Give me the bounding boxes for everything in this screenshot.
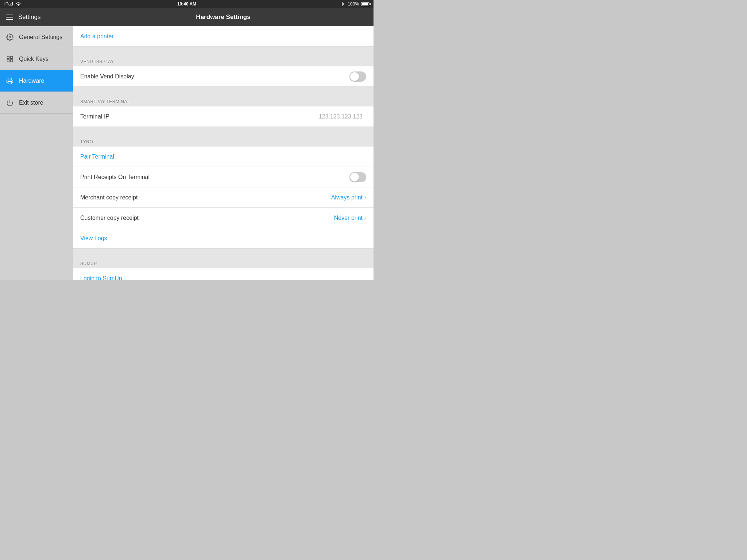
merchant-copy-value: Always print <box>331 194 363 201</box>
terminal-ip-row: Terminal IP 123.123.123.123 <box>73 106 374 127</box>
enable-vend-label: Enable Vend Display <box>80 73 349 80</box>
login-sumup-row[interactable]: Login to SumUp <box>73 268 374 280</box>
sidebar-general-label: General Settings <box>19 34 62 40</box>
status-bar: iPad 10:40 AM 100% <box>0 0 374 8</box>
pair-terminal-label: Pair Terminal <box>80 153 114 160</box>
smartpay-spacer <box>73 87 374 96</box>
sidebar-item-exit-store[interactable]: Exit store <box>0 92 73 114</box>
grid-icon <box>6 55 14 63</box>
tyro-spacer <box>73 127 374 136</box>
view-logs-row[interactable]: View Logs <box>73 228 374 249</box>
sidebar-item-general-settings[interactable]: General Settings <box>0 26 73 48</box>
status-right: 100% <box>340 1 369 7</box>
svg-point-0 <box>18 5 19 6</box>
svg-rect-5 <box>11 59 13 62</box>
add-printer-label: Add a printer <box>80 33 114 40</box>
enable-vend-display-row: Enable Vend Display <box>73 66 374 87</box>
sumup-spacer <box>73 249 374 257</box>
customer-copy-chevron: › <box>364 214 366 222</box>
terminal-ip-value: 123.123.123.123 <box>319 113 363 120</box>
header: Settings Hardware Settings <box>0 8 374 26</box>
sidebar: General Settings Quick Keys <box>0 26 73 280</box>
merchant-copy-label: Merchant copy receipt <box>80 194 331 201</box>
print-receipts-label: Print Receipts On Terminal <box>80 174 349 180</box>
bluetooth-icon <box>340 1 345 7</box>
svg-rect-6 <box>8 81 12 84</box>
sidebar-exit-label: Exit store <box>19 100 43 106</box>
sidebar-item-quick-keys[interactable]: Quick Keys <box>0 48 73 70</box>
svg-rect-4 <box>7 59 9 62</box>
smartpay-header: SMARTPAY TERMINAL <box>73 96 374 106</box>
sidebar-hardware-label: Hardware <box>19 78 44 84</box>
status-left: iPad <box>4 1 21 7</box>
tyro-header: TYRO <box>73 136 374 147</box>
view-logs-label: View Logs <box>80 235 107 242</box>
print-receipts-row: Print Receipts On Terminal <box>73 167 374 187</box>
header-left: Settings <box>0 13 73 21</box>
settings-title: Settings <box>18 13 40 21</box>
svg-point-1 <box>9 36 11 38</box>
main-layout: General Settings Quick Keys <box>0 26 374 280</box>
svg-rect-2 <box>7 56 9 58</box>
battery-icon <box>361 2 369 6</box>
printer-icon <box>6 77 14 85</box>
pair-terminal-row[interactable]: Pair Terminal <box>73 147 374 167</box>
wifi-icon <box>15 2 21 6</box>
device-label: iPad <box>4 1 13 7</box>
gear-icon <box>6 33 14 41</box>
content-area: Add a printer VEND DISPLAY Enable Vend D… <box>73 26 374 280</box>
svg-rect-3 <box>11 56 13 58</box>
print-receipts-toggle[interactable] <box>349 172 366 182</box>
header-right: Hardware Settings <box>73 13 374 21</box>
vend-display-toggle[interactable] <box>349 71 366 82</box>
battery-percent: 100% <box>348 1 359 7</box>
sidebar-quick-keys-label: Quick Keys <box>19 56 49 62</box>
add-printer-row[interactable]: Add a printer <box>73 26 374 47</box>
sidebar-item-hardware[interactable]: Hardware <box>0 70 73 92</box>
merchant-copy-chevron: › <box>364 194 366 201</box>
customer-copy-row[interactable]: Customer copy receipt Never print › <box>73 208 374 228</box>
customer-copy-label: Customer copy receipt <box>80 215 334 221</box>
login-sumup-label: Login to SumUp <box>80 275 122 280</box>
sumup-header: SUMUP <box>73 257 374 268</box>
vend-display-spacer <box>73 47 374 55</box>
merchant-copy-row[interactable]: Merchant copy receipt Always print › <box>73 187 374 208</box>
terminal-ip-label: Terminal IP <box>80 113 319 120</box>
page-title: Hardware Settings <box>196 13 250 21</box>
status-time: 10:40 AM <box>177 1 196 7</box>
vend-display-header: VEND DISPLAY <box>73 55 374 66</box>
menu-button[interactable] <box>6 15 13 20</box>
power-icon <box>6 99 14 107</box>
customer-copy-value: Never print <box>334 215 363 221</box>
